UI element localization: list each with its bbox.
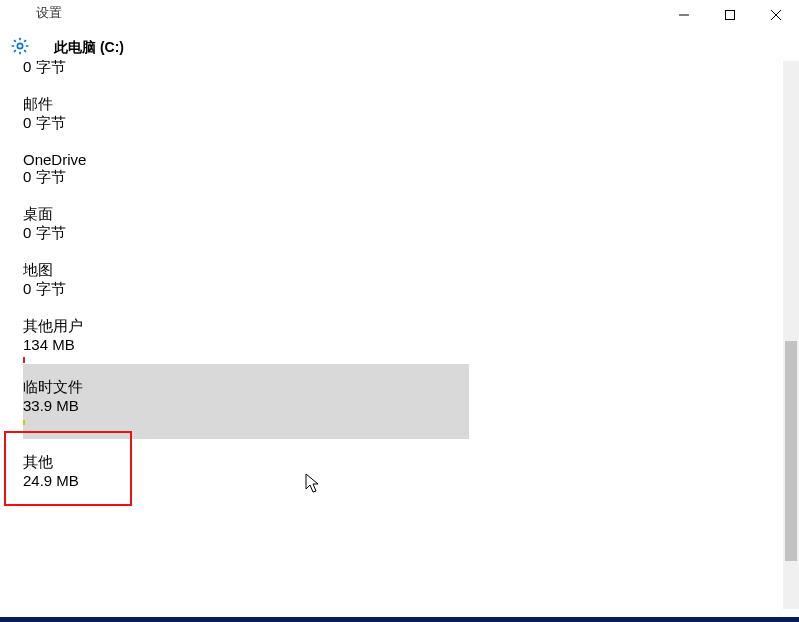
storage-item-size: 0 字节 (23, 280, 469, 299)
svg-rect-1 (726, 11, 735, 20)
gear-icon (10, 36, 30, 60)
storage-item-size: 0 字节 (23, 60, 469, 77)
storage-bar (23, 357, 469, 360)
storage-item-name: OneDrive (23, 151, 469, 168)
taskbar-edge (0, 617, 799, 622)
storage-item-name: 地图 (23, 261, 469, 280)
storage-item[interactable]: 临时文件33.9 MB (23, 364, 469, 439)
titlebar: 设置 (0, 0, 799, 30)
storage-item[interactable]: 其他24.9 MB (23, 439, 469, 493)
storage-item[interactable]: 其他用户134 MB (23, 303, 469, 364)
storage-list: 0 字节邮件0 字节OneDrive0 字节桌面0 字节地图0 字节其他用户13… (0, 60, 799, 493)
storage-item-size: 134 MB (23, 336, 469, 353)
storage-item[interactable]: 邮件0 字节 (23, 81, 469, 137)
scrollbar-thumb[interactable] (785, 341, 797, 561)
storage-item-name: 邮件 (23, 95, 469, 114)
page-title: 此电脑 (C:) (54, 39, 124, 57)
vertical-scrollbar[interactable] (783, 61, 799, 609)
storage-item-size: 0 字节 (23, 168, 469, 187)
storage-item-name: 其他 (23, 453, 469, 472)
storage-item-size: 0 字节 (23, 114, 469, 133)
storage-item-name: 临时文件 (23, 378, 469, 397)
storage-item-size: 0 字节 (23, 224, 469, 243)
storage-item[interactable]: OneDrive0 字节 (23, 137, 469, 191)
storage-item[interactable]: 地图0 字节 (23, 247, 469, 303)
storage-item[interactable]: 0 字节 (23, 60, 469, 81)
svg-point-4 (17, 43, 22, 48)
close-button[interactable] (753, 0, 799, 30)
window-title: 设置 (36, 4, 62, 22)
storage-bar (23, 420, 469, 425)
storage-item[interactable]: 桌面0 字节 (23, 191, 469, 247)
storage-item-size: 24.9 MB (23, 472, 469, 489)
storage-item-name: 桌面 (23, 205, 469, 224)
minimize-button[interactable] (661, 0, 707, 30)
maximize-button[interactable] (707, 0, 753, 30)
storage-item-size: 33.9 MB (23, 397, 469, 414)
storage-item-name: 其他用户 (23, 317, 469, 336)
content-area: 0 字节邮件0 字节OneDrive0 字节桌面0 字节地图0 字节其他用户13… (0, 60, 799, 609)
